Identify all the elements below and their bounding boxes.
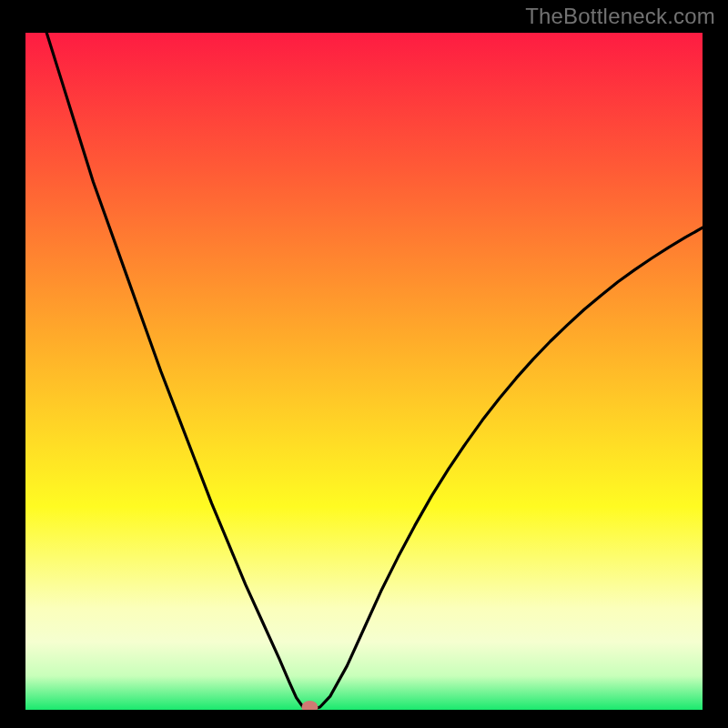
plot-area bbox=[25, 33, 703, 710]
gradient-rect bbox=[25, 33, 703, 710]
chart-svg bbox=[25, 33, 703, 710]
chart-frame: TheBottleneck.com bbox=[0, 0, 728, 728]
watermark-text: TheBottleneck.com bbox=[525, 4, 715, 29]
